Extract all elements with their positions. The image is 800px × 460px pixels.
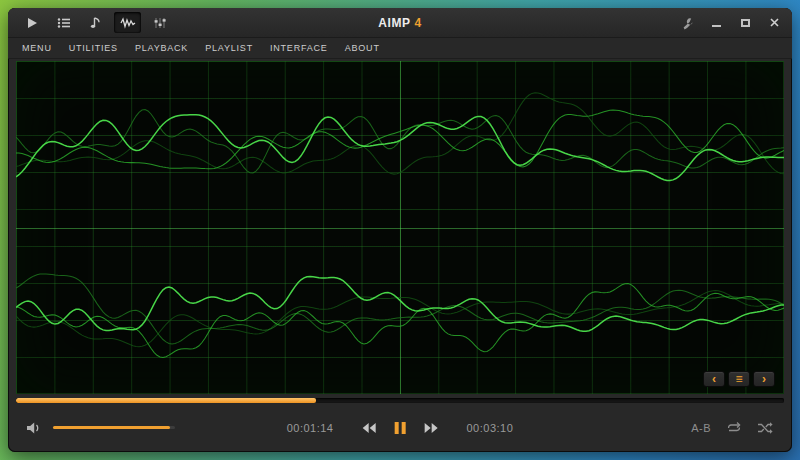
volume-slider[interactable] <box>53 426 175 429</box>
minimize-button[interactable] <box>708 15 724 31</box>
menu-item-about[interactable]: ABOUT <box>345 43 380 53</box>
menu-item-menu[interactable]: MENU <box>22 43 52 53</box>
speaker-icon <box>26 421 43 435</box>
menu-bar: MENU UTILITIES PLAYBACK PLAYLIST INTERFA… <box>8 38 792 59</box>
shuffle-button[interactable] <box>757 421 774 435</box>
app-version: 4 <box>414 16 421 30</box>
viz-menu-button[interactable]: ≡ <box>728 371 750 387</box>
play-mode-button[interactable] <box>18 12 45 33</box>
viz-next-button[interactable]: › <box>753 371 775 387</box>
music-library-button[interactable] <box>82 12 109 33</box>
maximize-icon <box>741 19 750 27</box>
titlebar: AIMP 4 <box>8 8 792 38</box>
menu-item-playlist[interactable]: PLAYLIST <box>205 43 253 53</box>
oscilloscope-panel[interactable]: ‹ ≡ › <box>16 61 784 394</box>
waveform-icon <box>120 15 136 31</box>
titlebar-icon-bar <box>18 12 173 33</box>
minimize-icon <box>712 25 721 27</box>
aimp-window: AIMP 4 MENU UTILITIES PL <box>8 8 792 452</box>
transport-bar: 00:01:14 <box>8 403 792 452</box>
next-button[interactable] <box>423 420 441 436</box>
playback-buttons <box>360 420 441 436</box>
pause-button[interactable] <box>393 420 408 436</box>
tools-button[interactable] <box>679 15 695 31</box>
equalizer-button[interactable] <box>146 12 173 33</box>
playback-modes: A-B <box>691 420 774 435</box>
elapsed-time: 00:01:14 <box>287 422 334 434</box>
oscilloscope-traces <box>16 61 784 394</box>
mute-button[interactable] <box>26 421 43 435</box>
repeat-button[interactable] <box>726 420 742 435</box>
app-name: AIMP <box>378 16 410 30</box>
playlist-icon <box>56 15 72 31</box>
visualization-button[interactable] <box>114 12 141 33</box>
visualization-nav: ‹ ≡ › <box>703 371 775 387</box>
volume-group <box>26 421 175 435</box>
volume-fill <box>53 426 170 429</box>
menu-item-utilities[interactable]: UTILITIES <box>69 43 118 53</box>
menu-item-interface[interactable]: INTERFACE <box>270 43 328 53</box>
previous-button[interactable] <box>360 420 378 436</box>
play-icon <box>24 15 40 31</box>
wrench-icon <box>680 16 694 30</box>
close-button[interactable] <box>766 15 782 31</box>
transport-center: 00:01:14 <box>287 420 514 436</box>
window-controls <box>679 15 782 31</box>
music-note-icon <box>88 15 104 31</box>
shuffle-icon <box>757 421 774 435</box>
equalizer-icon <box>152 15 168 31</box>
viz-prev-button[interactable]: ‹ <box>703 371 725 387</box>
close-icon <box>769 17 780 28</box>
next-icon <box>423 420 441 436</box>
ab-repeat-button[interactable]: A-B <box>691 422 711 434</box>
playlist-view-button[interactable] <box>50 12 77 33</box>
maximize-button[interactable] <box>737 15 753 31</box>
total-time: 00:03:10 <box>467 422 514 434</box>
menu-item-playback[interactable]: PLAYBACK <box>135 43 188 53</box>
pause-icon <box>393 420 408 436</box>
previous-icon <box>360 420 378 436</box>
repeat-icon <box>726 420 742 435</box>
